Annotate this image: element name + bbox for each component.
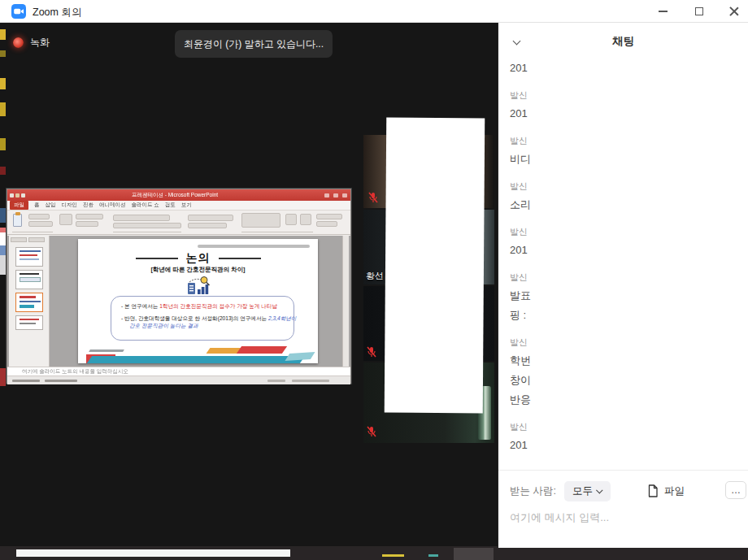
taskbar-app-indicator[interactable] [382, 554, 404, 557]
minimize-button[interactable] [649, 0, 676, 23]
bullet-line-1: - 본 연구에서는 1학년의 간호전문직관의 점수가 가장 높게 나타남 [121, 302, 284, 310]
bullet-line-2: - 반면, 간호대학생을 대상으로 한 서정화(2013)의 연구에서는 2,3… [121, 315, 284, 323]
chat-message-meta: 발신 [510, 135, 737, 147]
ppt-font-style-buttons [113, 223, 181, 228]
ppt-outline-tab [28, 237, 45, 242]
chat-message: 발신 비디 [510, 135, 737, 169]
ppt-view-buttons[interactable] [267, 380, 285, 382]
mic-muted-icon [368, 192, 378, 203]
ppt-tab-home[interactable]: 홈 [34, 202, 40, 209]
chart-magnifier-clipart [185, 276, 212, 297]
shared-screen-powerpoint: 프레젠테이션 - Microsoft PowerPoint 파일 홈 삽입 디자… [7, 189, 351, 384]
ppt-notes-pane[interactable]: 여기에 슬라이드 노트의 내용을 입력하십시오 [7, 367, 350, 376]
chat-message: 201 [510, 59, 737, 78]
taskbar-app-indicator[interactable] [428, 554, 438, 557]
chat-message-text: 201 [510, 436, 737, 455]
recording-dot-icon [13, 37, 24, 48]
ppt-tab-transitions[interactable]: 전환 [83, 202, 94, 209]
participant-name: 황선 [366, 270, 384, 282]
title-dash [136, 258, 178, 259]
chat-message-input[interactable] [510, 511, 737, 523]
active-speaker-toast: 최윤경이 (가) 말하고 있습니다... [175, 30, 333, 58]
chat-message-text: 201 [510, 241, 737, 260]
ppt-tab-view[interactable]: 보기 [181, 202, 192, 209]
ppt-tab-insert[interactable]: 삽입 [46, 202, 56, 209]
minimize-icon [659, 11, 668, 12]
ppt-quick-access-toolbar[interactable] [10, 193, 25, 198]
thumb-box [20, 305, 34, 308]
background-window-sliver [0, 50, 6, 57]
thumb-line [20, 250, 41, 252]
redaction-overlay [385, 118, 485, 414]
slide-subtitle: [학년에 따른 간호전문직관의 차이] [78, 266, 318, 274]
ppt-editing-buttons [316, 214, 342, 219]
slide-bullet-box: - 본 연구에서는 1학년의 간호전문직관의 점수가 가장 높게 나타남 - 반… [111, 296, 294, 341]
chat-message: 발신 학번 창이 반응 [510, 336, 737, 410]
ellipsis-icon: … [731, 484, 741, 496]
recipient-value: 모두 [572, 484, 593, 498]
ppt-tab-animations[interactable]: 애니메이션 [99, 202, 126, 209]
ppt-status-bar [7, 376, 350, 384]
maximize-button[interactable] [685, 0, 713, 23]
ppt-slide-thumbnail-panel[interactable] [9, 236, 50, 367]
ppt-status-slide-number [12, 380, 40, 382]
ppt-content-area: 논의 [학년에 따른 간호전문직관의 차이] - 본 연구에서는 1학년의 간호… [7, 236, 350, 367]
background-window-sliver [0, 368, 6, 386]
bullet-line-3: 간호 전문직관이 높다는 결과 [121, 322, 284, 330]
thumb-line [20, 296, 36, 298]
bullet-1-highlight: 1학년의 간호전문직관의 점수가 가장 높게 나타남 [159, 303, 277, 309]
ppt-tab-review[interactable]: 검토 [165, 202, 176, 209]
ppt-thumbnail-tabs[interactable] [9, 236, 49, 244]
slide-title-row: 논의 [78, 251, 318, 266]
ppt-slide-thumbnail[interactable] [15, 315, 43, 330]
ppt-new-slide-icon [59, 214, 72, 225]
bullet-2-highlight: 2,3,4학년이 [268, 315, 296, 321]
chat-message-text: 핑 : [510, 306, 737, 325]
ppt-tab-slideshow[interactable]: 슬라이드 쇼 [132, 202, 159, 209]
ppt-slide-thumbnail[interactable] [15, 270, 43, 289]
ppt-ribbon-button [76, 221, 98, 227]
more-options-button[interactable]: … [725, 481, 746, 499]
ppt-zoom-slider[interactable] [292, 380, 329, 382]
ppt-tab-file[interactable]: 파일 [10, 201, 28, 210]
file-button[interactable]: 파일 [647, 480, 685, 501]
close-button[interactable] [720, 0, 748, 23]
chat-footer: 받는 사람: 모두 파일 … [498, 470, 748, 548]
chat-message: 발신 201 [510, 226, 737, 260]
ppt-editing-buttons [316, 221, 337, 227]
file-label: 파일 [664, 484, 685, 498]
chat-message: 발신 201 [510, 421, 737, 455]
recipient-dropdown[interactable]: 모두 [564, 481, 611, 501]
ppt-ribbon-button [28, 214, 50, 219]
taskbar-active-app[interactable] [454, 548, 494, 560]
chat-message-text: 발표 [510, 286, 737, 306]
active-speaker-text: 최윤경이 (가) 말하고 있습니다... [184, 37, 324, 51]
ppt-slide-scrollbar[interactable] [342, 236, 349, 367]
chat-message-meta: 발신 [510, 421, 737, 433]
window-titlebar: Zoom 회의 [0, 0, 748, 23]
chat-message-list[interactable]: 201 발신 201 발신 비디 발신 소리 발신 201 발신 발표 핑 : … [510, 59, 737, 467]
deco-lightteal-bar [285, 352, 315, 361]
deco-red-bar [237, 346, 287, 354]
ppt-slide-thumbnail-selected[interactable] [15, 293, 43, 312]
chat-recipient-row: 받는 사람: 모두 파일 … [510, 480, 748, 501]
ppt-ribbon[interactable] [7, 211, 350, 235]
ppt-window-controls[interactable] [324, 193, 347, 198]
background-window-sliver [0, 208, 6, 223]
ppt-save-icon [10, 193, 14, 198]
deco-gray-bar [89, 349, 124, 352]
taskbar-redaction-bar [16, 549, 290, 557]
close-icon [729, 7, 739, 16]
chat-message-text: 반응 [510, 390, 737, 410]
deco-teal-bar [87, 356, 305, 363]
ppt-ribbon-group-label [12, 232, 53, 232]
recording-indicator[interactable]: 녹화 [13, 36, 50, 50]
slide-header-caption [198, 245, 310, 248]
ppt-slide-thumbnail[interactable] [15, 247, 43, 267]
ppt-ribbon-group-label [113, 232, 181, 232]
title-dash [219, 258, 261, 259]
ppt-tab-design[interactable]: 디자인 [62, 202, 78, 209]
ppt-slide: 논의 [학년에 따른 간호전문직관의 차이] - 본 연구에서는 1학년의 간호… [78, 239, 318, 363]
chevron-down-icon [596, 487, 602, 493]
file-icon [647, 484, 659, 497]
